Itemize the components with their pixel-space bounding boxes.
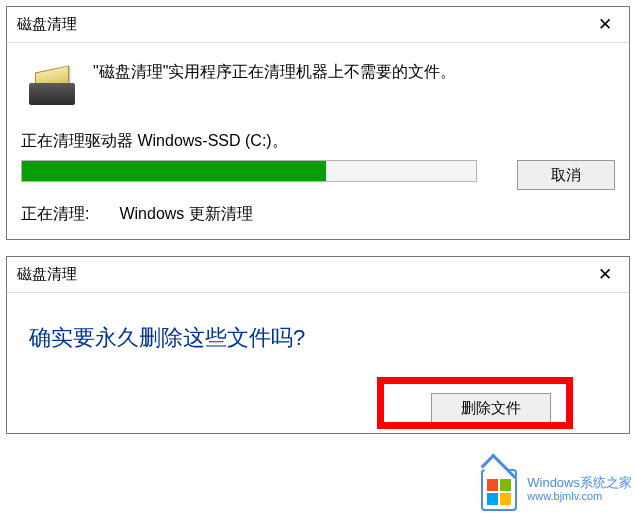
close-button[interactable]: ✕ [583,258,627,292]
progress-row: 取消 [21,160,615,190]
dialog-body: "磁盘清理"实用程序正在清理机器上不需要的文件。 正在清理驱动器 Windows… [7,43,629,239]
cancel-button[interactable]: 取消 [517,160,615,190]
close-icon: ✕ [598,264,612,285]
watermark-url: www.bjmlv.com [527,490,632,502]
progress-bar [21,160,477,182]
watermark-logo-icon [477,467,521,511]
drive-icon [29,65,75,105]
disk-cleanup-confirm-dialog: 磁盘清理 ✕ 确实要永久删除这些文件吗? 删除文件 [6,256,630,434]
titlebar: 磁盘清理 ✕ [7,7,629,43]
titlebar: 磁盘清理 ✕ [7,257,629,293]
close-icon: ✕ [598,14,612,35]
watermark: Windows系统之家 www.bjmlv.com [477,467,632,511]
watermark-brand: Windows系统之家 [527,476,632,490]
dialog-title: 磁盘清理 [17,265,77,284]
close-button[interactable]: ✕ [583,8,627,42]
status-label: 正在清理驱动器 Windows-SSD (C:)。 [21,131,615,152]
detail-value: Windows 更新清理 [119,204,252,225]
dialog-title: 磁盘清理 [17,15,77,34]
confirm-question: 确实要永久删除这些文件吗? [7,293,629,389]
detail-row: 正在清理: Windows 更新清理 [21,204,615,225]
confirm-actions: 删除文件 [431,393,551,423]
watermark-text: Windows系统之家 www.bjmlv.com [527,476,632,502]
progress-bar-fill [22,161,326,181]
message-row: "磁盘清理"实用程序正在清理机器上不需要的文件。 [21,55,615,131]
disk-cleanup-progress-dialog: 磁盘清理 ✕ "磁盘清理"实用程序正在清理机器上不需要的文件。 正在清理驱动器 … [6,6,630,240]
dialog-message: "磁盘清理"实用程序正在清理机器上不需要的文件。 [93,61,456,83]
delete-files-button[interactable]: 删除文件 [431,393,551,423]
cancel-button-label: 取消 [551,166,581,185]
detail-prefix: 正在清理: [21,204,89,225]
delete-files-button-label: 删除文件 [461,399,521,418]
